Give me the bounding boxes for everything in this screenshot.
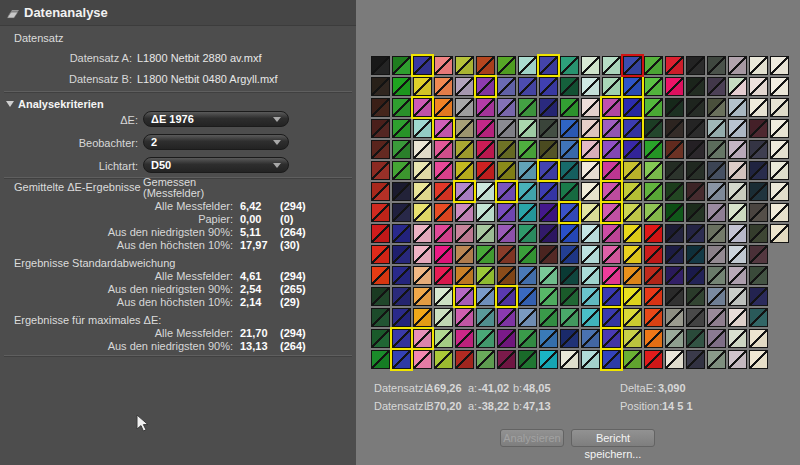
color-patch[interactable] — [665, 182, 684, 201]
collapse-triangle-icon[interactable] — [6, 101, 14, 107]
color-patch[interactable] — [581, 329, 600, 348]
color-patch[interactable] — [728, 119, 747, 138]
color-patch[interactable] — [371, 266, 390, 285]
color-patch[interactable] — [602, 245, 621, 264]
color-patch[interactable] — [623, 140, 642, 159]
color-patch[interactable] — [644, 56, 663, 75]
color-patch[interactable] — [665, 56, 684, 75]
color-patch[interactable] — [581, 119, 600, 138]
color-patch[interactable] — [686, 140, 705, 159]
color-patch[interactable] — [728, 308, 747, 327]
color-patch[interactable] — [686, 266, 705, 285]
color-patch[interactable] — [560, 224, 579, 243]
color-patch[interactable] — [623, 56, 642, 75]
color-patch[interactable] — [539, 161, 558, 180]
color-patch[interactable] — [371, 203, 390, 222]
color-patch[interactable] — [497, 56, 516, 75]
color-patch[interactable] — [728, 203, 747, 222]
color-patch[interactable] — [686, 203, 705, 222]
color-patch[interactable] — [770, 140, 789, 159]
color-patch[interactable] — [560, 56, 579, 75]
color-patch[interactable] — [581, 266, 600, 285]
color-patch[interactable] — [707, 266, 726, 285]
color-patch[interactable] — [749, 308, 768, 327]
color-patch[interactable] — [455, 350, 474, 369]
color-patch[interactable] — [644, 140, 663, 159]
color-patch[interactable] — [644, 77, 663, 96]
color-patch[interactable] — [602, 224, 621, 243]
color-patch[interactable] — [455, 161, 474, 180]
color-patch[interactable] — [413, 182, 432, 201]
color-patch[interactable] — [413, 161, 432, 180]
color-patch[interactable] — [644, 266, 663, 285]
color-patch[interactable] — [770, 119, 789, 138]
color-patch[interactable] — [455, 287, 474, 306]
color-patch[interactable] — [665, 161, 684, 180]
color-patch[interactable] — [518, 203, 537, 222]
color-patch[interactable] — [749, 77, 768, 96]
color-patch[interactable] — [455, 224, 474, 243]
color-patch[interactable] — [476, 119, 495, 138]
color-patch[interactable] — [665, 350, 684, 369]
color-patch[interactable] — [392, 266, 411, 285]
color-patch[interactable] — [539, 203, 558, 222]
color-patch[interactable] — [413, 245, 432, 264]
color-patch[interactable] — [665, 266, 684, 285]
color-patch[interactable] — [476, 329, 495, 348]
color-patch[interactable] — [623, 98, 642, 117]
color-patch[interactable] — [539, 77, 558, 96]
color-patch[interactable] — [539, 329, 558, 348]
color-patch[interactable] — [371, 308, 390, 327]
color-patch[interactable] — [644, 350, 663, 369]
color-patch[interactable] — [581, 98, 600, 117]
color-patch[interactable] — [560, 287, 579, 306]
color-patch[interactable] — [539, 98, 558, 117]
color-patch[interactable] — [497, 161, 516, 180]
color-patch[interactable] — [539, 266, 558, 285]
color-patch[interactable] — [371, 119, 390, 138]
color-patch[interactable] — [497, 119, 516, 138]
color-patch[interactable] — [602, 119, 621, 138]
color-patch[interactable] — [476, 287, 495, 306]
color-patch[interactable] — [644, 308, 663, 327]
color-patch[interactable] — [413, 329, 432, 348]
color-patch[interactable] — [434, 287, 453, 306]
color-patch[interactable] — [497, 98, 516, 117]
color-patch[interactable] — [392, 182, 411, 201]
color-patch[interactable] — [560, 245, 579, 264]
color-patch[interactable] — [707, 203, 726, 222]
color-patch[interactable] — [644, 245, 663, 264]
color-patch[interactable] — [560, 77, 579, 96]
color-patch[interactable] — [623, 350, 642, 369]
color-patch[interactable] — [581, 245, 600, 264]
color-patch[interactable] — [686, 77, 705, 96]
color-patch[interactable] — [434, 350, 453, 369]
color-patch[interactable] — [686, 119, 705, 138]
color-patch[interactable] — [413, 350, 432, 369]
color-patch[interactable] — [371, 77, 390, 96]
color-patch[interactable] — [455, 56, 474, 75]
color-patch[interactable] — [518, 266, 537, 285]
deltae-dropdown[interactable]: ΔE 1976 — [143, 111, 289, 127]
color-patch[interactable] — [707, 308, 726, 327]
color-patch[interactable] — [728, 329, 747, 348]
color-patch[interactable] — [413, 266, 432, 285]
color-patch[interactable] — [770, 98, 789, 117]
color-patch[interactable] — [602, 287, 621, 306]
color-patch[interactable] — [749, 56, 768, 75]
color-patch[interactable] — [518, 245, 537, 264]
color-patch[interactable] — [707, 350, 726, 369]
color-patch[interactable] — [539, 182, 558, 201]
color-patch[interactable] — [560, 140, 579, 159]
color-patch[interactable] — [623, 266, 642, 285]
color-patch[interactable] — [497, 140, 516, 159]
color-patch[interactable] — [665, 245, 684, 264]
color-patch[interactable] — [413, 119, 432, 138]
color-patch[interactable] — [371, 182, 390, 201]
color-patch[interactable] — [623, 245, 642, 264]
color-patch[interactable] — [623, 77, 642, 96]
color-patch[interactable] — [644, 161, 663, 180]
color-patch[interactable] — [476, 161, 495, 180]
color-patch[interactable] — [623, 119, 642, 138]
color-patch[interactable] — [686, 329, 705, 348]
